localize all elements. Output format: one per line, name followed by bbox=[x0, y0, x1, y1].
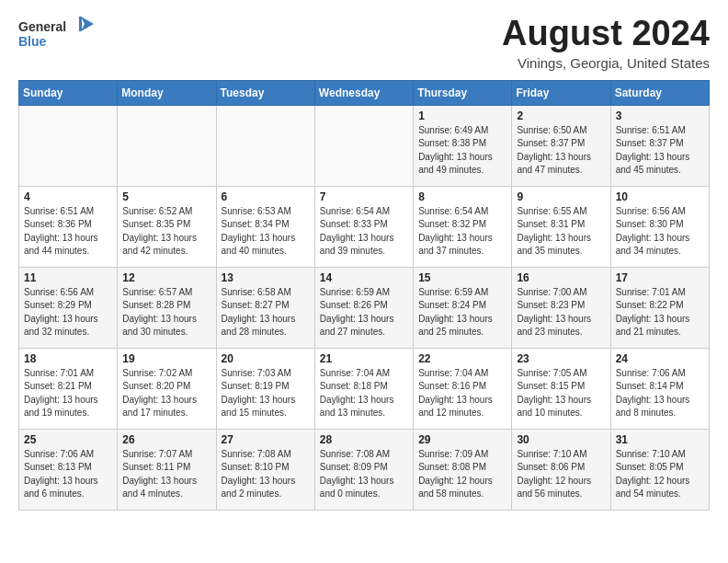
calendar-cell: 17Sunrise: 7:01 AMSunset: 8:22 PMDayligh… bbox=[610, 267, 709, 348]
day-info: Sunrise: 7:01 AMSunset: 8:22 PMDaylight:… bbox=[616, 286, 704, 339]
day-info: Sunrise: 6:51 AMSunset: 8:36 PMDaylight:… bbox=[24, 205, 112, 259]
calendar-cell: 30Sunrise: 7:10 AMSunset: 8:06 PMDayligh… bbox=[512, 429, 610, 510]
day-info: Sunrise: 7:02 AMSunset: 8:20 PMDaylight:… bbox=[122, 367, 210, 420]
svg-text:Blue: Blue bbox=[18, 34, 47, 49]
svg-rect-3 bbox=[79, 17, 82, 31]
day-number: 26 bbox=[122, 433, 210, 446]
day-number: 2 bbox=[517, 109, 605, 122]
calendar-cell: 7Sunrise: 6:54 AMSunset: 8:33 PMDaylight… bbox=[314, 186, 413, 267]
calendar-cell: 3Sunrise: 6:51 AMSunset: 8:37 PMDaylight… bbox=[610, 105, 709, 186]
day-info: Sunrise: 6:59 AMSunset: 8:24 PMDaylight:… bbox=[418, 286, 506, 339]
calendar-cell bbox=[19, 105, 118, 186]
day-number: 27 bbox=[222, 433, 310, 446]
day-info: Sunrise: 7:06 AMSunset: 8:14 PMDaylight:… bbox=[616, 367, 704, 420]
day-info: Sunrise: 6:52 AMSunset: 8:35 PMDaylight:… bbox=[122, 205, 210, 259]
calendar-cell: 12Sunrise: 6:57 AMSunset: 8:28 PMDayligh… bbox=[118, 267, 216, 348]
day-number: 3 bbox=[616, 109, 704, 122]
calendar-cell: 2Sunrise: 6:50 AMSunset: 8:37 PMDaylight… bbox=[512, 105, 610, 186]
day-number: 13 bbox=[222, 271, 310, 284]
day-info: Sunrise: 7:09 AMSunset: 8:08 PMDaylight:… bbox=[418, 448, 506, 501]
day-number: 28 bbox=[320, 433, 408, 446]
calendar-cell: 18Sunrise: 7:01 AMSunset: 8:21 PMDayligh… bbox=[19, 348, 118, 429]
week-row-2: 4Sunrise: 6:51 AMSunset: 8:36 PMDaylight… bbox=[19, 186, 710, 267]
calendar-cell: 8Sunrise: 6:54 AMSunset: 8:32 PMDaylight… bbox=[414, 186, 512, 267]
week-row-1: 1Sunrise: 6:49 AMSunset: 8:38 PMDaylight… bbox=[19, 105, 710, 186]
day-number: 25 bbox=[24, 433, 112, 446]
day-info: Sunrise: 7:04 AMSunset: 8:16 PMDaylight:… bbox=[418, 367, 506, 420]
day-info: Sunrise: 6:55 AMSunset: 8:31 PMDaylight:… bbox=[517, 205, 605, 259]
day-number: 5 bbox=[122, 190, 210, 203]
day-number: 7 bbox=[320, 190, 408, 203]
day-info: Sunrise: 6:57 AMSunset: 8:28 PMDaylight:… bbox=[122, 286, 210, 339]
month-year-title: August 2024 bbox=[502, 15, 710, 53]
calendar-cell bbox=[314, 105, 413, 186]
calendar-cell bbox=[118, 105, 216, 186]
location-text: Vinings, Georgia, United States bbox=[502, 55, 710, 71]
day-number: 21 bbox=[320, 352, 408, 365]
day-number: 30 bbox=[517, 433, 605, 446]
day-info: Sunrise: 7:05 AMSunset: 8:15 PMDaylight:… bbox=[517, 367, 605, 420]
day-number: 9 bbox=[517, 190, 605, 203]
svg-marker-2 bbox=[81, 17, 94, 31]
day-number: 20 bbox=[222, 352, 310, 365]
day-number: 6 bbox=[222, 190, 310, 203]
day-number: 18 bbox=[24, 352, 112, 365]
calendar-cell: 31Sunrise: 7:10 AMSunset: 8:05 PMDayligh… bbox=[610, 429, 709, 510]
header-saturday: Saturday bbox=[610, 80, 709, 105]
day-number: 14 bbox=[320, 271, 408, 284]
day-info: Sunrise: 7:07 AMSunset: 8:11 PMDaylight:… bbox=[122, 448, 210, 501]
day-number: 17 bbox=[616, 271, 704, 284]
calendar-cell: 16Sunrise: 7:00 AMSunset: 8:23 PMDayligh… bbox=[512, 267, 610, 348]
calendar-cell: 4Sunrise: 6:51 AMSunset: 8:36 PMDaylight… bbox=[19, 186, 118, 267]
header-friday: Friday bbox=[512, 80, 610, 105]
day-number: 19 bbox=[122, 352, 210, 365]
calendar-table: Sunday Monday Tuesday Wednesday Thursday… bbox=[18, 80, 710, 511]
day-info: Sunrise: 7:04 AMSunset: 8:18 PMDaylight:… bbox=[320, 367, 408, 420]
calendar-cell bbox=[216, 105, 314, 186]
day-info: Sunrise: 7:06 AMSunset: 8:13 PMDaylight:… bbox=[24, 448, 112, 501]
calendar-cell: 1Sunrise: 6:49 AMSunset: 8:38 PMDaylight… bbox=[414, 105, 512, 186]
day-number: 1 bbox=[418, 109, 506, 122]
week-row-4: 18Sunrise: 7:01 AMSunset: 8:21 PMDayligh… bbox=[19, 348, 710, 429]
day-info: Sunrise: 6:56 AMSunset: 8:30 PMDaylight:… bbox=[616, 205, 704, 259]
day-number: 11 bbox=[24, 271, 112, 284]
week-row-5: 25Sunrise: 7:06 AMSunset: 8:13 PMDayligh… bbox=[19, 429, 710, 510]
header-monday: Monday bbox=[118, 80, 216, 105]
calendar-cell: 13Sunrise: 6:58 AMSunset: 8:27 PMDayligh… bbox=[216, 267, 314, 348]
week-row-3: 11Sunrise: 6:56 AMSunset: 8:29 PMDayligh… bbox=[19, 267, 710, 348]
header-thursday: Thursday bbox=[414, 80, 512, 105]
logo: General Blue bbox=[18, 15, 101, 53]
day-info: Sunrise: 7:01 AMSunset: 8:21 PMDaylight:… bbox=[24, 367, 112, 420]
day-number: 8 bbox=[418, 190, 506, 203]
calendar-cell: 21Sunrise: 7:04 AMSunset: 8:18 PMDayligh… bbox=[314, 348, 413, 429]
day-info: Sunrise: 6:54 AMSunset: 8:33 PMDaylight:… bbox=[320, 205, 408, 259]
day-info: Sunrise: 7:00 AMSunset: 8:23 PMDaylight:… bbox=[517, 286, 605, 339]
calendar-cell: 5Sunrise: 6:52 AMSunset: 8:35 PMDaylight… bbox=[118, 186, 216, 267]
day-number: 23 bbox=[517, 352, 605, 365]
calendar-cell: 6Sunrise: 6:53 AMSunset: 8:34 PMDaylight… bbox=[216, 186, 314, 267]
header-wednesday: Wednesday bbox=[314, 80, 413, 105]
day-info: Sunrise: 6:56 AMSunset: 8:29 PMDaylight:… bbox=[24, 286, 112, 339]
calendar-cell: 23Sunrise: 7:05 AMSunset: 8:15 PMDayligh… bbox=[512, 348, 610, 429]
day-number: 4 bbox=[24, 190, 112, 203]
day-info: Sunrise: 6:54 AMSunset: 8:32 PMDaylight:… bbox=[418, 205, 506, 259]
weekday-header-row: Sunday Monday Tuesday Wednesday Thursday… bbox=[19, 80, 710, 105]
day-info: Sunrise: 6:50 AMSunset: 8:37 PMDaylight:… bbox=[517, 124, 605, 178]
day-number: 29 bbox=[418, 433, 506, 446]
calendar-cell: 19Sunrise: 7:02 AMSunset: 8:20 PMDayligh… bbox=[118, 348, 216, 429]
calendar-container: General Blue August 2024 Vinings, Georgi… bbox=[0, 0, 728, 525]
calendar-cell: 25Sunrise: 7:06 AMSunset: 8:13 PMDayligh… bbox=[19, 429, 118, 510]
calendar-cell: 11Sunrise: 6:56 AMSunset: 8:29 PMDayligh… bbox=[19, 267, 118, 348]
day-info: Sunrise: 7:08 AMSunset: 8:10 PMDaylight:… bbox=[222, 448, 310, 501]
day-number: 31 bbox=[616, 433, 704, 446]
header-tuesday: Tuesday bbox=[216, 80, 314, 105]
day-info: Sunrise: 6:51 AMSunset: 8:37 PMDaylight:… bbox=[616, 124, 704, 178]
title-area: August 2024 Vinings, Georgia, United Sta… bbox=[502, 15, 710, 71]
logo-svg: General Blue bbox=[18, 15, 101, 53]
calendar-cell: 27Sunrise: 7:08 AMSunset: 8:10 PMDayligh… bbox=[216, 429, 314, 510]
day-number: 15 bbox=[418, 271, 506, 284]
calendar-cell: 9Sunrise: 6:55 AMSunset: 8:31 PMDaylight… bbox=[512, 186, 610, 267]
day-info: Sunrise: 7:08 AMSunset: 8:09 PMDaylight:… bbox=[320, 448, 408, 501]
header-sunday: Sunday bbox=[19, 80, 118, 105]
day-info: Sunrise: 6:53 AMSunset: 8:34 PMDaylight:… bbox=[222, 205, 310, 259]
